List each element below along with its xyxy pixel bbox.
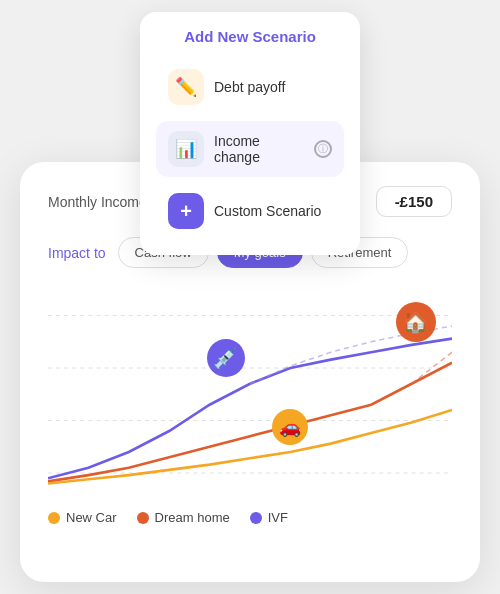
impact-to-label: Impact to: [48, 245, 106, 261]
scene: Add New Scenario ✏️ Debt payoff 📊 Income…: [20, 12, 480, 582]
custom-label: Custom Scenario: [214, 203, 332, 219]
income-icon: 📊: [168, 131, 204, 167]
custom-icon: +: [168, 193, 204, 229]
goal-icon-car: 🚗: [272, 409, 308, 445]
income-change-value: -£150: [376, 186, 452, 217]
dropdown-item-custom[interactable]: + Custom Scenario: [156, 183, 344, 239]
dropdown-item-income[interactable]: 📊 Income change ⓘ: [156, 121, 344, 177]
legend-label-ivf: IVF: [268, 510, 288, 525]
goal-icon-ivf: 💉: [207, 339, 245, 377]
income-label: Income change: [214, 133, 304, 165]
dropdown-card: Add New Scenario ✏️ Debt payoff 📊 Income…: [140, 12, 360, 255]
legend: New Car Dream home IVF: [48, 510, 452, 525]
legend-dreamhome: Dream home: [137, 510, 230, 525]
dropdown-title: Add New Scenario: [156, 28, 344, 45]
legend-label-newcar: New Car: [66, 510, 117, 525]
income-badge: ⓘ: [314, 140, 332, 158]
legend-newcar: New Car: [48, 510, 117, 525]
debt-label: Debt payoff: [214, 79, 332, 95]
legend-label-dreamhome: Dream home: [155, 510, 230, 525]
legend-ivf: IVF: [250, 510, 288, 525]
dropdown-item-debt[interactable]: ✏️ Debt payoff: [156, 59, 344, 115]
legend-dot-newcar: [48, 512, 60, 524]
chart-area: 💉 🚗 🏠: [48, 284, 452, 494]
chart-svg: [48, 284, 452, 494]
goal-icon-home: 🏠: [396, 302, 436, 342]
legend-dot-ivf: [250, 512, 262, 524]
debt-icon: ✏️: [168, 69, 204, 105]
legend-dot-dreamhome: [137, 512, 149, 524]
